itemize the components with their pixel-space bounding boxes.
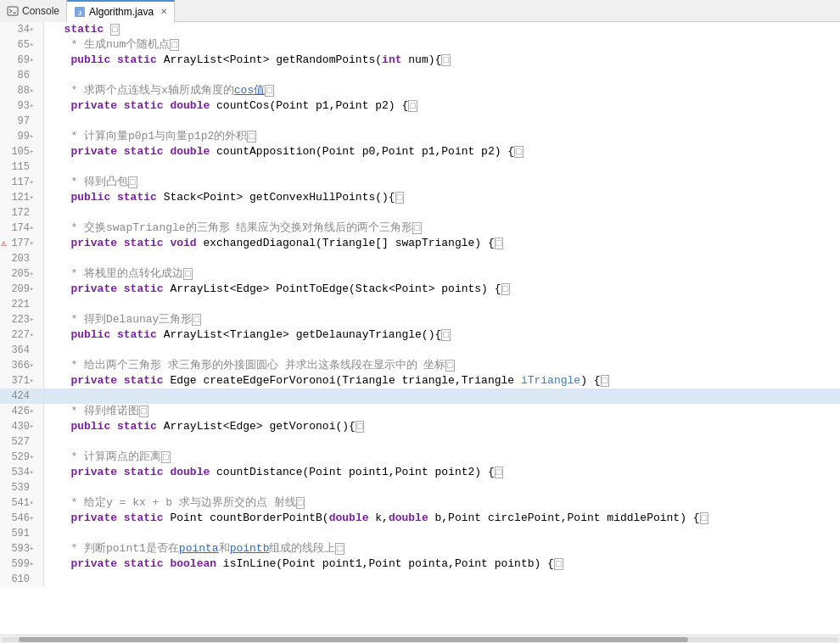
console-tab-label: Console	[22, 5, 59, 17]
table-row: 527▸	[0, 434, 840, 450]
table-row: 593▸ * 判断point1是否在pointa和pointb组成的线段上□	[0, 541, 840, 556]
table-row: 539▸	[0, 480, 840, 495]
tab-algorithm[interactable]: J Algorithm.java ✕	[67, 0, 175, 22]
tab-console[interactable]: Console	[0, 0, 67, 22]
table-row: 86▸	[0, 68, 840, 83]
svg-text:J: J	[78, 9, 81, 17]
table-row: 117▸ * 得到凸包□	[0, 175, 840, 190]
console-icon	[7, 5, 19, 17]
table-row: 115▸	[0, 159, 840, 175]
table-row: 203▸	[0, 251, 840, 266]
table-row: 529▸ * 计算两点的距离□	[0, 450, 840, 465]
table-row: ⚠177▸ private static void exchangedDiago…	[0, 236, 840, 251]
table-row: 88▸ * 求两个点连线与x轴所成角度的cos值□	[0, 83, 840, 98]
table-row: 599▸ private static boolean isInLine(Poi…	[0, 556, 840, 572]
code-area[interactable]: 34▸ static □ 65▸ * 生成num个随机点□ 69▸ public…	[0, 22, 840, 635]
table-row: 34▸ static □	[0, 22, 840, 37]
svg-rect-0	[8, 7, 18, 15]
code-editor: 34▸ static □ 65▸ * 生成num个随机点□ 69▸ public…	[0, 22, 840, 643]
table-row: 105▸ private static double countAppositi…	[0, 144, 840, 159]
close-icon[interactable]: ✕	[160, 7, 167, 16]
table-row: 541▸ * 给定y = kx + b 求与边界所交的点 射线□	[0, 495, 840, 511]
horizontal-scrollbar[interactable]	[0, 635, 840, 643]
table-row: 65▸ * 生成num个随机点□	[0, 37, 840, 53]
table-row: 221▸	[0, 297, 840, 312]
ide-window: Console J Algorithm.java ✕ 34▸ static □ …	[0, 0, 840, 643]
table-row: 591▸	[0, 526, 840, 541]
table-row: 426▸ * 得到维诺图□	[0, 404, 840, 419]
table-row: 209▸ private static ArrayList<Edge> Poin…	[0, 282, 840, 297]
tab-bar: Console J Algorithm.java ✕	[0, 0, 840, 22]
code-lines: 34▸ static □ 65▸ * 生成num个随机点□ 69▸ public…	[0, 22, 840, 635]
table-row: 172▸	[0, 205, 840, 221]
table-row: 174▸ * 交换swapTriangle的三角形 结果应为交换对角线后的两个三…	[0, 221, 840, 236]
table-row: 69▸ public static ArrayList<Point> getRa…	[0, 53, 840, 68]
table-row: 546▸ private static Point countBorderPoi…	[0, 511, 840, 526]
table-row: 424▸	[0, 389, 840, 404]
table-row: 371▸ private static Edge createEdgeForVo…	[0, 373, 840, 389]
table-row: 97▸	[0, 114, 840, 129]
java-icon: J	[74, 6, 86, 18]
table-row: 99▸ * 计算向量p0p1与向量p1p2的外积□	[0, 129, 840, 144]
table-row: 366▸ * 给出两个三角形 求三角形的外接圆圆心 并求出这条线段在显示中的 坐…	[0, 358, 840, 373]
algorithm-tab-label: Algorithm.java	[89, 6, 154, 18]
table-row: 534▸ private static double countDistance…	[0, 465, 840, 480]
table-row: 227▸ public static ArrayList<Triangle> g…	[0, 327, 840, 343]
table-row: 364▸	[0, 343, 840, 358]
table-row: 93▸ private static double countCos(Point…	[0, 98, 840, 114]
table-row: 121▸ public static Stack<Point> getConve…	[0, 190, 840, 205]
table-row: 610▸	[0, 572, 840, 587]
table-row: 223▸ * 得到Delaunay三角形□	[0, 312, 840, 327]
table-row: 205▸ * 将栈里的点转化成边□	[0, 266, 840, 282]
table-row: 430▸ public static ArrayList<Edge> getVo…	[0, 419, 840, 434]
